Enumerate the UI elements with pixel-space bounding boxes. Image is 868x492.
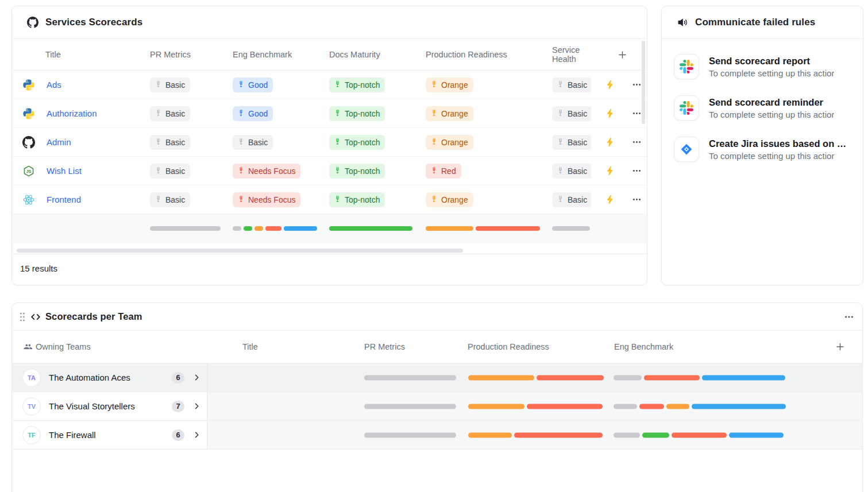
add-column-button[interactable] [834, 341, 846, 353]
rule-item-text: Create Jira issues based on …To complete… [709, 138, 846, 161]
services-summary-row [12, 214, 647, 243]
team-name-cell[interactable]: TVThe Visual Storytellers7 [12, 392, 207, 420]
team-row[interactable]: TFThe Firewall6 [12, 421, 862, 450]
badge-svc-label: Basic [568, 109, 587, 118]
badge-docs: Top-notch [329, 106, 385, 121]
column-header-title[interactable]: Title [242, 342, 258, 351]
lightning-action-button[interactable] [604, 135, 617, 149]
github-icon [22, 136, 35, 149]
service-link[interactable]: Frontend [47, 195, 81, 204]
teams-card-header: Scorecards per Team [12, 303, 862, 331]
service-link[interactable]: Wish List [47, 166, 82, 176]
chevron-right-icon[interactable] [192, 373, 201, 382]
service-svc-cell: Basic [552, 192, 591, 207]
slack-icon [680, 60, 693, 73]
skeleton-bar [642, 432, 669, 437]
medal-icon [333, 166, 342, 175]
badge-pr-label: Basic [165, 80, 185, 90]
column-header-production-readiness[interactable]: Production Readiness [468, 342, 549, 351]
medal-icon [237, 166, 245, 175]
service-row[interactable]: FrontendBasicNeeds FocusTop-notchOrangeB… [12, 185, 647, 214]
chevron-right-icon[interactable] [192, 431, 201, 439]
service-row[interactable]: JSWish ListBasicNeeds FocusTop-notchRedB… [12, 157, 647, 185]
rule-item-subtitle: To complete setting up this actior [709, 151, 846, 161]
services-header-actions [591, 49, 647, 61]
bolt-icon [605, 79, 616, 90]
service-link[interactable]: Authorization [47, 109, 97, 118]
skeleton-bar [537, 375, 604, 380]
team-name-cell[interactable]: TFThe Firewall6 [12, 421, 207, 449]
badge-docs-label: Top-notch [345, 80, 380, 90]
skeleton-bar [527, 404, 603, 409]
vertical-scrollbar[interactable] [642, 41, 645, 124]
team-pr-bars [364, 432, 456, 437]
row-menu-button[interactable] [631, 165, 643, 177]
teams-table-body: TAThe Automation Aces6TVThe Visual Story… [12, 363, 862, 450]
column-header-eng-benchmark[interactable]: Eng Benchmark [614, 342, 673, 351]
skeleton-bar [702, 375, 785, 380]
team-name-cell[interactable]: TAThe Automation Aces6 [12, 363, 207, 392]
summary-eng-bars [233, 226, 317, 231]
dots-menu-icon [632, 109, 642, 118]
badge-eng: Needs Focus [233, 192, 300, 207]
card-menu-button[interactable] [843, 311, 855, 323]
team-count-badge: 6 [172, 429, 184, 441]
team-row[interactable]: TVThe Visual Storytellers7 [12, 392, 862, 421]
horizontal-scrollbar[interactable] [17, 249, 463, 253]
column-header-title[interactable]: Title [12, 50, 150, 59]
column-header-pr-metrics[interactable]: PR Metrics [364, 342, 405, 351]
lightning-action-button[interactable] [604, 107, 617, 120]
plus-icon [835, 342, 845, 352]
react-icon [22, 193, 35, 206]
summary-eng-cell [233, 226, 329, 231]
row-menu-button[interactable] [631, 136, 643, 148]
dots-menu-icon [632, 166, 642, 176]
column-header-production-readiness[interactable]: Production Readiness [426, 50, 552, 59]
rule-item-text: Send scorecard reportTo complete setting… [709, 56, 834, 78]
team-eng-bars [614, 432, 784, 437]
row-menu-button[interactable] [631, 79, 643, 91]
lightning-action-button[interactable] [604, 193, 617, 206]
team-row[interactable]: TAThe Automation Aces6 [12, 363, 862, 392]
column-header-pr-metrics[interactable]: PR Metrics [150, 50, 233, 59]
rule-item-title: Send scorecard report [709, 56, 834, 67]
chevron-right-icon[interactable] [192, 402, 201, 410]
column-header-eng-benchmark[interactable]: Eng Benchmark [233, 50, 329, 59]
rule-item[interactable]: Create Jira issues based on …To complete… [662, 129, 863, 170]
badge-pr: Basic [150, 106, 190, 121]
summary-svc-cell [552, 226, 591, 231]
service-row-actions [591, 135, 647, 149]
badge-eng: Good [233, 106, 273, 121]
rule-item[interactable]: Send scorecard reminderTo complete setti… [662, 87, 863, 129]
row-menu-button[interactable] [631, 107, 643, 119]
service-row[interactable]: AuthorizationBasicGoodTop-notchOrangeBas… [12, 99, 647, 128]
dots-menu-icon [632, 137, 642, 147]
lightning-action-button[interactable] [604, 78, 617, 91]
column-header-docs-maturity[interactable]: Docs Maturity [329, 50, 426, 59]
service-docs-cell: Top-notch [329, 78, 426, 92]
column-header-service-health[interactable]: Service Health [552, 45, 591, 64]
service-row[interactable]: AdsBasicGoodTop-notchOrangeBasic [12, 71, 647, 99]
service-eng-cell: Good [233, 106, 329, 121]
teams-table-header: Owning TeamsTitlePR MetricsProduction Re… [12, 331, 862, 363]
service-row-actions [591, 78, 647, 91]
rule-item[interactable]: Send scorecard reportTo complete setting… [662, 46, 863, 87]
service-link[interactable]: Ads [47, 80, 61, 90]
dots-menu-icon [632, 195, 642, 204]
skeleton-bar [672, 432, 727, 437]
medal-icon [237, 195, 245, 204]
add-column-button[interactable] [616, 49, 628, 61]
lightning-action-button[interactable] [604, 164, 617, 177]
python-icon [22, 79, 35, 91]
drag-handle-icon[interactable] [19, 312, 26, 322]
service-row[interactable]: AdminBasicBasicTop-notchOrangeBasic [12, 128, 647, 157]
column-header-owning-teams[interactable]: Owning Teams [36, 342, 91, 351]
row-menu-button[interactable] [631, 193, 643, 206]
rule-icon-tile [674, 54, 699, 79]
badge-docs: Top-notch [329, 78, 385, 92]
service-link[interactable]: Admin [47, 137, 71, 147]
service-svc-cell: Basic [552, 135, 591, 150]
medal-icon [333, 80, 342, 89]
skeleton-bar [233, 226, 241, 231]
skeleton-bar [244, 226, 252, 231]
